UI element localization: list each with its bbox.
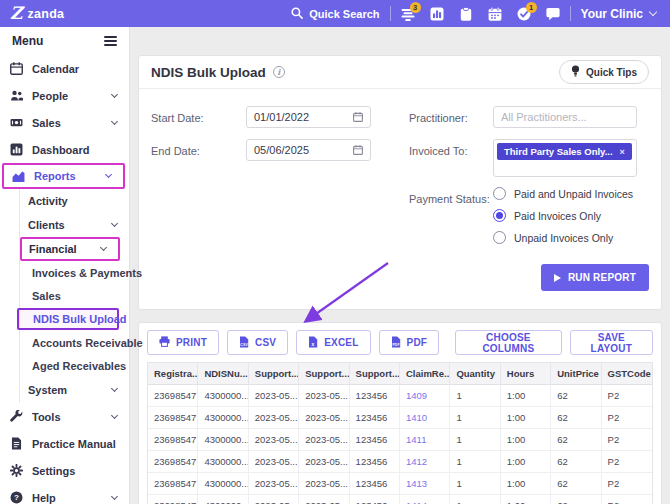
hamburger-icon[interactable] xyxy=(104,34,117,49)
sidebar-item-practice-manual[interactable]: Practice Manual xyxy=(0,430,129,457)
claim-link[interactable]: 1414 xyxy=(400,495,450,504)
sidebar-item-settings[interactable]: Settings xyxy=(0,457,129,484)
start-date-field[interactable] xyxy=(246,106,371,128)
sidebar-item-clients[interactable]: Clients xyxy=(20,213,129,237)
table-cell: 1:00 xyxy=(501,473,551,495)
run-report-button[interactable]: RUN REPORT xyxy=(541,264,649,291)
sidebar-item-financial[interactable]: Financial xyxy=(20,237,120,261)
table-cell: 2023-05... xyxy=(249,451,299,473)
csv-button[interactable]: CSV CSV xyxy=(227,330,288,355)
clipboard-icon[interactable] xyxy=(459,7,473,21)
sidebar-item-aged-receivables[interactable]: Aged Receivables xyxy=(20,354,129,377)
invoiced-to-multiselect[interactable]: Third Party Sales Only... × xyxy=(493,139,637,177)
sidebar-item-accounts-receivable[interactable]: Accounts Receivable xyxy=(20,331,129,354)
calendar-icon[interactable] xyxy=(488,7,502,21)
claim-link[interactable]: 1409 xyxy=(400,385,450,407)
column-header[interactable]: Quantity xyxy=(450,363,500,385)
zanda-logo[interactable]: Z zanda xyxy=(0,5,74,22)
payment-option-paid-only[interactable]: Paid Invoices Only xyxy=(493,209,601,222)
column-header[interactable]: Support... xyxy=(249,363,299,385)
sidebar-item-system[interactable]: System xyxy=(20,377,129,403)
column-header[interactable]: Registra... xyxy=(148,363,198,385)
quick-search[interactable]: Quick Search xyxy=(291,7,379,21)
payment-option-paid-and-unpaid[interactable]: Paid and Unpaid Invoices xyxy=(493,187,633,200)
end-date-label: End Date: xyxy=(151,145,200,157)
reports-chart-icon[interactable] xyxy=(430,7,444,21)
table-cell: 4300000... xyxy=(198,429,248,451)
table-cell: P2 xyxy=(602,407,652,429)
table-cell: 62 xyxy=(551,385,601,407)
end-date-field[interactable] xyxy=(246,139,371,161)
svg-text:x: x xyxy=(312,340,315,346)
column-header[interactable]: GSTCode xyxy=(602,363,652,385)
sidebar-item-dashboard[interactable]: Dashboard xyxy=(0,136,129,163)
chevron-down-icon xyxy=(111,411,118,418)
column-header[interactable]: Hours xyxy=(501,363,551,385)
column-header[interactable]: Support... xyxy=(299,363,349,385)
people-icon xyxy=(10,89,23,102)
quick-tips-button[interactable]: Quick Tips xyxy=(559,60,649,84)
sidebar-item-calendar[interactable]: Calendar xyxy=(0,55,129,82)
column-header[interactable]: Support... xyxy=(350,363,400,385)
calendar-icon[interactable] xyxy=(353,141,363,159)
sidebar: Menu Calendar People Sales Dashboard Rep… xyxy=(0,27,130,504)
sidebar-item-help[interactable]: ? Help xyxy=(0,484,129,504)
table-cell: P2 xyxy=(602,495,652,504)
waitlist-badge: 3 xyxy=(410,2,421,13)
excel-button[interactable]: x EXCEL xyxy=(296,330,370,355)
practitioner-input[interactable] xyxy=(501,111,629,123)
table-cell: 123456 xyxy=(350,451,400,473)
claim-link[interactable]: 1412 xyxy=(400,451,450,473)
play-icon xyxy=(554,274,561,282)
document-icon xyxy=(10,437,23,450)
calendar-icon xyxy=(10,62,23,75)
main-content: NDIS Bulk Upload i Quick Tips Start Date… xyxy=(130,27,670,504)
column-header[interactable]: UnitPrice xyxy=(551,363,601,385)
payment-radio[interactable] xyxy=(493,187,506,200)
payment-radio[interactable] xyxy=(493,209,506,222)
table-cell: 62 xyxy=(551,451,601,473)
sidebar-item-sales[interactable]: Sales xyxy=(0,109,129,136)
sidebar-item-people[interactable]: People xyxy=(0,82,129,109)
pdf-button[interactable]: PDF PDF xyxy=(379,330,440,355)
clinic-menu[interactable]: Your Clinic xyxy=(581,7,670,21)
claim-link[interactable]: 1410 xyxy=(400,407,450,429)
end-date-input[interactable] xyxy=(254,144,348,156)
chat-icon[interactable] xyxy=(546,7,560,21)
sidebar-item-sales-report[interactable]: Sales xyxy=(20,284,129,307)
save-layout-label: SAVE LAYOUT xyxy=(582,332,641,354)
info-icon[interactable]: i xyxy=(273,66,285,78)
reports-icon xyxy=(12,170,25,183)
file-csv-icon: CSV xyxy=(239,336,249,350)
start-date-input[interactable] xyxy=(254,111,348,123)
waitlist-icon[interactable]: 3 xyxy=(401,7,415,21)
claim-link[interactable]: 1413 xyxy=(400,473,450,495)
column-header[interactable]: ClaimRe... xyxy=(400,363,450,385)
calendar-icon[interactable] xyxy=(353,108,363,126)
print-label: PRINT xyxy=(176,337,207,348)
practitioner-field[interactable] xyxy=(493,106,637,128)
sidebar-item-label: Sales xyxy=(32,290,61,302)
payment-radio[interactable] xyxy=(493,231,506,244)
table-cell: 2023-05... xyxy=(299,407,349,429)
payment-option-unpaid-only[interactable]: Unpaid Invoices Only xyxy=(493,231,613,244)
chevron-down-icon xyxy=(105,171,112,178)
table-cell: 2023-05... xyxy=(249,495,299,504)
brand-name: zanda xyxy=(27,7,64,21)
sidebar-item-ndis-bulk-upload[interactable]: NDIS Bulk Upload xyxy=(17,308,119,330)
save-layout-button[interactable]: SAVE LAYOUT xyxy=(570,330,653,355)
table-cell: 1 xyxy=(450,385,500,407)
column-header[interactable]: NDISNu... xyxy=(198,363,248,385)
sidebar-item-tools[interactable]: Tools xyxy=(0,403,129,430)
results-panel: PRINT CSV CSV x EXCEL PDF PDF CHOOSE COL… xyxy=(138,322,662,504)
table-cell: 4300000... xyxy=(198,495,248,504)
print-button[interactable]: PRINT xyxy=(147,330,219,355)
sidebar-item-invoices-payments[interactable]: Invoices & Payments xyxy=(20,261,129,284)
tasks-icon[interactable]: 1 xyxy=(517,7,531,21)
chevron-down-icon xyxy=(111,492,118,499)
choose-columns-button[interactable]: CHOOSE COLUMNS xyxy=(455,330,561,355)
sidebar-item-activity[interactable]: Activity xyxy=(20,189,129,213)
remove-tag-icon[interactable]: × xyxy=(620,147,625,157)
sidebar-item-reports[interactable]: Reports xyxy=(2,163,125,189)
claim-link[interactable]: 1411 xyxy=(400,429,450,451)
